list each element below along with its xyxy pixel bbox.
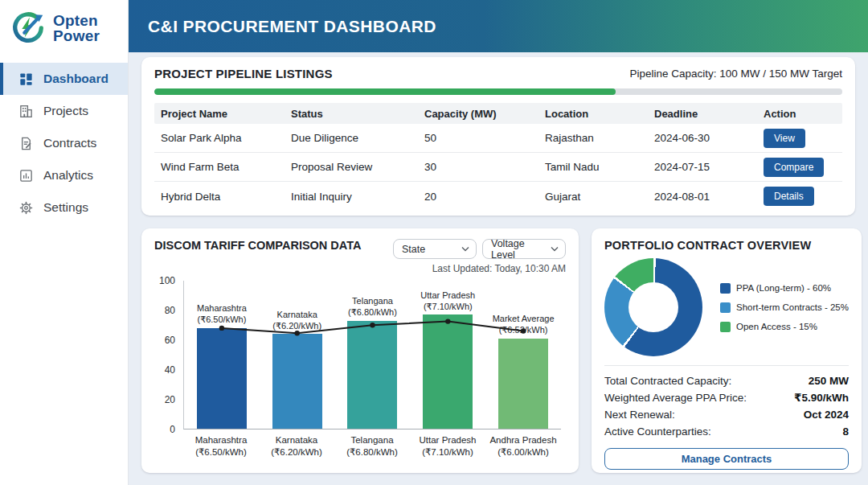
y-tick-label: 80 — [165, 305, 175, 316]
plot-area: Maharashtra(₹6.50/kWh)Karnataka(₹6.20/kW… — [183, 281, 561, 430]
col-header-capacity: Capacity (MW) — [418, 108, 538, 120]
x-tick-label: Uttar Pradesh(₹7.10/kWh) — [410, 434, 485, 458]
stat-row: Active Counterparties: 8 — [604, 423, 849, 440]
gear-icon — [18, 199, 34, 216]
sidebar: Opten Power Dashboard — [0, 0, 129, 485]
stat-label: Weighted Average PPA Price: — [604, 389, 747, 406]
stat-label: Next Renewal: — [604, 406, 675, 423]
sidebar-item-label: Contracts — [43, 136, 96, 150]
stat-value: 8 — [842, 423, 849, 440]
bar-value-label: Uttar Pradesh(₹7.10/kWh) — [420, 290, 475, 313]
y-tick-label: 100 — [159, 275, 175, 286]
bar-karnataka — [272, 334, 322, 429]
portfolio-panel: PORTFOLIO CONTRACT OVERVIEW PPA (Long-te… — [592, 228, 862, 473]
brand-name: Opten Power — [53, 13, 100, 44]
sidebar-item-label: Settings — [43, 200, 88, 215]
document-pen-icon — [18, 135, 34, 151]
col-header-action: Action — [757, 108, 842, 120]
state-filter-select[interactable]: State — [393, 239, 477, 259]
donut-legend: PPA (Long-term) - 60% Short-term Contrac… — [720, 283, 849, 332]
sidebar-nav: Dashboard Projects Contr — [0, 63, 128, 224]
cell-status: Due Diligence — [285, 132, 418, 144]
legend-item-open-access: Open Access - 15% — [720, 322, 849, 332]
col-header-status: Status — [285, 108, 418, 120]
cell-project-name: Hybrid Delta — [154, 191, 285, 203]
sidebar-item-analytics[interactable]: Analytics — [0, 159, 128, 191]
dashboard-grid-icon — [18, 71, 34, 87]
app-header: C&I PROCUREMENT DASHBOARD — [129, 0, 868, 52]
tariff-title: DISCOM TARIFF COMPARISON DATA — [154, 239, 362, 252]
bar-telangana — [347, 321, 397, 429]
bar-group: Telangana(₹6.80/kWh) — [335, 281, 411, 429]
cell-capacity: 30 — [418, 161, 538, 173]
stat-label: Total Contracted Capacity: — [604, 372, 731, 389]
view-button[interactable]: View — [764, 129, 805, 148]
divider — [604, 365, 849, 366]
sidebar-item-contracts[interactable]: Contracts — [0, 127, 128, 159]
sidebar-item-dashboard[interactable]: Dashboard — [0, 63, 128, 95]
pipeline-progress-track — [154, 88, 842, 95]
state-filter-value: State — [402, 244, 425, 255]
chevron-down-icon — [461, 246, 469, 252]
legend-swatch — [720, 302, 731, 313]
col-header-location: Location — [538, 108, 648, 120]
bar-group: Maharashtra(₹6.50/kWh) — [184, 281, 260, 429]
last-updated-text: Last Updated: Today, 10:30 AM — [154, 263, 566, 274]
sidebar-item-label: Dashboard — [43, 72, 108, 86]
x-tick-label: Telangana(₹6.80/kWh) — [334, 434, 410, 458]
tariff-panel: DISCOM TARIFF COMPARISON DATA State Volt… — [141, 228, 579, 473]
compare-button[interactable]: Compare — [764, 158, 824, 177]
y-axis: 020406080100 — [154, 281, 177, 430]
pipeline-table: Project Name Status Capacity (MW) Locati… — [154, 103, 842, 211]
col-header-project-name: Project Name — [154, 108, 285, 120]
tariff-bar-chart: 020406080100 Maharashtra(₹6.50/kWh)Karna… — [154, 281, 566, 458]
sidebar-item-projects[interactable]: Projects — [0, 95, 128, 127]
portfolio-title: PORTFOLIO CONTRACT OVERVIEW — [604, 239, 849, 252]
bar-value-label: Karnataka(₹6.20/kWh) — [272, 310, 321, 332]
y-tick-label: 40 — [165, 364, 175, 376]
voltage-level-filter-select[interactable]: Voltage Level — [482, 239, 566, 259]
stat-row: Weighted Average PPA Price: ₹5.90/kWh — [604, 389, 849, 406]
cell-deadline: 2024-06-30 — [648, 132, 757, 144]
app-root: Opten Power Dashboard — [0, 0, 868, 485]
col-header-deadline: Deadline — [648, 108, 757, 120]
sidebar-item-label: Projects — [43, 104, 88, 118]
x-axis-labels: Maharashtra(₹6.50/kWh)Karnataka(₹6.20/kW… — [183, 434, 561, 458]
cell-project-name: Wind Farm Beta — [154, 161, 285, 173]
y-tick-label: 0 — [170, 424, 175, 435]
bar-uttar-pradesh — [423, 314, 473, 429]
bar-value-label: Telangana(₹6.80/kWh) — [348, 296, 397, 319]
content: PROJECT PIPELINE LISTINGS Pipeline Capac… — [129, 52, 868, 485]
legend-item-short-term: Short-term Contracts - 25% — [720, 302, 849, 313]
cell-status: Proposal Review — [285, 161, 418, 173]
sidebar-item-settings[interactable]: Settings — [0, 191, 128, 224]
stat-value: 250 MW — [809, 372, 849, 389]
main-area: C&I PROCUREMENT DASHBOARD PROJECT PIPELI… — [129, 0, 868, 485]
details-button[interactable]: Details — [764, 187, 814, 206]
y-tick-label: 20 — [165, 394, 175, 405]
cell-location: Tamil Nadu — [538, 161, 648, 173]
manage-contracts-button[interactable]: Manage Contracts — [604, 448, 849, 470]
sidebar-item-label: Analytics — [43, 168, 93, 183]
cell-project-name: Solar Park Alpha — [154, 132, 285, 144]
brand-line2: Power — [53, 28, 100, 43]
cell-location: Rajasthan — [538, 132, 648, 144]
bar-chart-icon — [18, 167, 34, 183]
x-tick-label: Karnataka(₹6.20/kWh) — [259, 434, 334, 458]
pipeline-panel: PROJECT PIPELINE LISTINGS Pipeline Capac… — [141, 57, 855, 216]
legend-swatch — [720, 322, 731, 332]
chevron-down-icon — [551, 246, 559, 252]
pipeline-capacity-summary: Pipeline Capacity: 100 MW / 150 MW Targe… — [629, 68, 842, 80]
cell-capacity: 50 — [418, 132, 538, 144]
table-row: Wind Farm Beta Proposal Review 30 Tamil … — [154, 153, 842, 182]
stat-value: ₹5.90/kWh — [794, 389, 849, 406]
stat-row: Next Renewal: Oct 2024 — [604, 406, 849, 423]
bar-group: Market Average(₹6.52/kWh) — [485, 281, 561, 429]
bar-maharashtra — [197, 328, 247, 429]
opten-power-logo-icon — [10, 10, 47, 47]
y-tick-label: 60 — [165, 335, 175, 346]
cell-deadline: 2024-08-01 — [648, 191, 757, 203]
cell-capacity: 20 — [418, 191, 538, 203]
page-title: C&I PROCUREMENT DASHBOARD — [148, 17, 436, 36]
stat-value: Oct 2024 — [804, 406, 849, 423]
